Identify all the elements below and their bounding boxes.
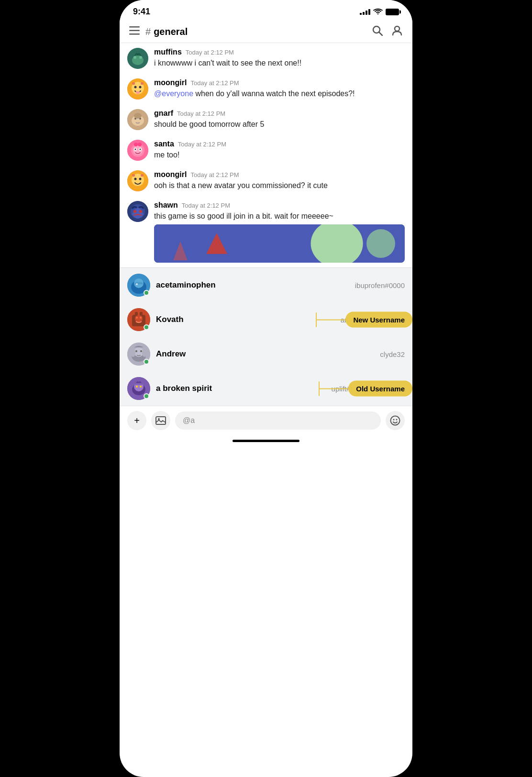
timestamp-moongirl-1: Today at 2:12 PM <box>190 79 239 87</box>
svg-point-57 <box>135 350 137 352</box>
svg-point-64 <box>136 386 138 388</box>
svg-point-29 <box>138 143 142 146</box>
svg-point-46 <box>136 283 138 285</box>
member-kovath-wrapper: Kovath amanda New Username <box>120 302 412 337</box>
svg-point-39 <box>139 210 142 213</box>
online-indicator-acetaminophen <box>144 290 149 296</box>
message-text-muffins: i knowwww i can't wait to see the next o… <box>154 58 405 68</box>
member-display-name-andrew: Andrew <box>156 349 186 359</box>
hash-icon: # <box>145 26 151 37</box>
status-bar: 9:41 <box>120 0 412 21</box>
svg-rect-34 <box>132 174 135 177</box>
svg-point-51 <box>140 317 142 319</box>
member-display-name-acetaminophen: acetaminophen <box>156 280 216 290</box>
members-section: acetaminophen ibuprofen#0000 <box>120 267 412 406</box>
channel-header: # general <box>120 21 412 43</box>
plus-button[interactable]: + <box>127 411 146 430</box>
svg-rect-2 <box>129 33 140 35</box>
timestamp-santa: Today at 2:12 PM <box>178 141 226 148</box>
image-preview-shawn <box>154 224 405 263</box>
username-moongirl: moongirl <box>154 78 187 87</box>
avatar-moongirl <box>127 78 148 100</box>
svg-rect-53 <box>140 312 143 316</box>
svg-point-20 <box>134 113 142 119</box>
svg-point-69 <box>393 419 395 421</box>
home-bar <box>233 440 299 442</box>
online-indicator-kovath <box>144 324 149 330</box>
svg-point-70 <box>396 419 398 421</box>
message-santa: santa Today at 2:12 PM me too! <box>120 135 412 166</box>
message-text-moongirl-2: ooh is that a new avatar you commissione… <box>154 180 405 191</box>
message-muffins: muffins Today at 2:12 PM i knowwww i can… <box>120 43 412 74</box>
svg-point-28 <box>134 143 138 146</box>
message-content-gnarf: gnarf Today at 2:12 PM should be good to… <box>154 109 405 130</box>
avatar-gnarf <box>127 109 148 130</box>
emoji-button[interactable] <box>386 411 405 430</box>
phone-frame: 9:41 <box>120 0 412 777</box>
svg-point-41 <box>311 224 363 263</box>
svg-rect-14 <box>132 82 135 85</box>
image-button[interactable] <box>151 411 170 430</box>
signal-icon <box>360 9 370 15</box>
svg-rect-66 <box>156 417 166 424</box>
svg-point-26 <box>135 149 136 150</box>
old-username-annotation: Old Username <box>319 381 412 397</box>
svg-point-5 <box>395 26 399 31</box>
svg-point-27 <box>140 149 141 150</box>
online-indicator-andrew <box>144 359 149 365</box>
message-moongirl-2: moongirl Today at 2:12 PM ooh is that a … <box>120 166 412 196</box>
timestamp-moongirl-2: Today at 2:12 PM <box>190 171 239 178</box>
svg-line-4 <box>379 32 382 35</box>
message-text-gnarf: should be good tomorrow after 5 <box>154 119 405 130</box>
battery-icon <box>386 9 399 15</box>
username-gnarf: gnarf <box>154 109 173 118</box>
member-username-acetaminophen: ibuprofen#0000 <box>355 281 405 289</box>
message-text-santa: me too! <box>154 150 405 160</box>
channel-name: # general <box>145 26 372 37</box>
member-andrew[interactable]: Andrew clyde32 <box>120 337 412 371</box>
member-display-name-broken-spirit: a broken spirit <box>156 384 212 393</box>
svg-point-9 <box>139 56 142 59</box>
chat-container: muffins Today at 2:12 PM i knowwww i can… <box>120 43 412 267</box>
message-moongirl-1: moongirl Today at 2:12 PM @everyone when… <box>120 74 412 104</box>
header-actions <box>372 25 403 38</box>
member-broken-spirit-wrapper: a broken spirit uplift#0000 Old Username <box>120 371 412 406</box>
avatar-muffins <box>127 48 148 69</box>
new-username-annotation: New Username <box>316 312 412 328</box>
timestamp-gnarf: Today at 2:12 PM <box>177 110 225 117</box>
avatar-moongirl-2 <box>127 170 148 191</box>
timestamp-shawn: Today at 2:12 PM <box>182 202 230 209</box>
timestamp-muffins: Today at 2:12 PM <box>186 49 234 56</box>
svg-point-58 <box>140 350 142 352</box>
svg-rect-15 <box>141 82 144 85</box>
members-icon[interactable] <box>391 25 403 38</box>
svg-rect-52 <box>135 312 138 316</box>
svg-point-60 <box>142 349 147 357</box>
message-text-moongirl-1: @everyone when do y'all wanna watch the … <box>154 89 405 99</box>
old-username-label: Old Username <box>348 381 412 397</box>
username-santa: santa <box>154 140 174 148</box>
message-content-muffins: muffins Today at 2:12 PM i knowwww i can… <box>154 48 405 68</box>
svg-rect-0 <box>129 26 140 28</box>
member-acetaminophen[interactable]: acetaminophen ibuprofen#0000 <box>120 268 412 302</box>
username-shawn: shawn <box>154 201 178 210</box>
search-icon[interactable] <box>372 25 383 38</box>
svg-point-33 <box>139 178 142 180</box>
new-username-label: New Username <box>345 312 412 328</box>
svg-rect-1 <box>129 30 140 32</box>
svg-point-68 <box>391 416 400 425</box>
svg-point-32 <box>134 178 137 180</box>
message-content-shawn: shawn Today at 2:12 PM this game is so g… <box>154 201 405 263</box>
username-muffins: muffins <box>154 48 182 56</box>
svg-rect-40 <box>154 224 405 263</box>
svg-point-8 <box>133 56 136 59</box>
svg-point-38 <box>133 210 136 213</box>
message-input[interactable] <box>175 411 381 430</box>
home-indicator <box>120 435 412 452</box>
member-username-andrew: clyde32 <box>380 350 405 358</box>
status-icons <box>360 8 399 15</box>
avatar-santa <box>127 140 148 161</box>
menu-icon[interactable] <box>129 25 140 38</box>
svg-point-65 <box>140 386 142 388</box>
avatar-shawn <box>127 201 148 222</box>
